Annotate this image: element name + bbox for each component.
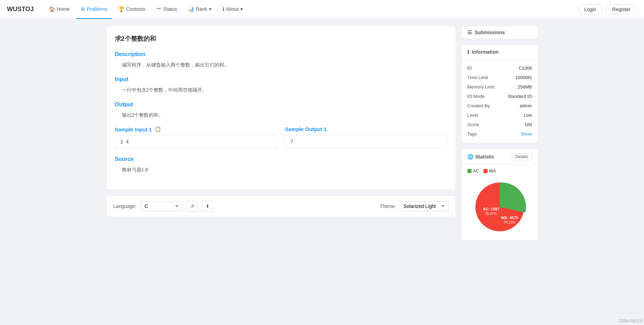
info-label-timelimit: Time Limit xyxy=(467,75,488,80)
navbar: WUSTOJ 🏠 Home ⊞ Problems 🏆 Contests 〜 St… xyxy=(0,0,644,19)
info-val-iomode: Standard IO xyxy=(507,94,532,99)
main-container: 求2个整数的和 Description 编写程序，从键盘输入两个整数，输出它们的… xyxy=(99,19,545,253)
sample-output-label: Sample Output 1 xyxy=(285,126,327,132)
editor-bar: Language: C C++ Java Python ↺ ⬆ Theme: S… xyxy=(106,195,456,217)
menu-icon: ☰ xyxy=(467,30,472,35)
svg-text:25.87%: 25.87% xyxy=(485,212,497,216)
nav-about[interactable]: ℹ About ▾ xyxy=(218,0,248,19)
statistic-card: 🌐 Statistic Details AC WA xyxy=(461,149,538,241)
language-select[interactable]: C C++ Java Python xyxy=(141,201,183,211)
input-heading: Input xyxy=(115,76,447,83)
rank-icon: 📊 xyxy=(188,6,194,12)
upload-button[interactable]: ⬆ xyxy=(202,201,213,212)
contests-icon: 🏆 xyxy=(118,6,124,12)
info-row-memorylimit: Memory Limit 256MB xyxy=(467,82,532,92)
home-icon: 🏠 xyxy=(49,6,55,12)
register-button[interactable]: Register xyxy=(606,5,637,14)
problems-icon: ⊞ xyxy=(81,6,85,12)
output-heading: Output xyxy=(115,101,447,108)
sample-section: Sample Input 1 📋 3 4 Sample Output 1 7 xyxy=(115,126,447,149)
sample-input-block: Sample Input 1 📋 3 4 xyxy=(115,126,277,149)
pie-chart: AC: 1597 25.87% WA: 4575 74.13% xyxy=(472,179,528,235)
statistic-icon: 🌐 xyxy=(467,154,473,160)
problem-card: 求2个整数的和 Description 编写程序，从键盘输入两个整数，输出它们的… xyxy=(106,26,456,190)
info-label-iomode: IO Mode xyxy=(467,94,485,99)
upload-icon: ⬆ xyxy=(205,203,210,209)
submissions-button[interactable]: ☰ Submissions xyxy=(462,26,538,39)
navbar-right: Login Register xyxy=(578,5,637,14)
output-text: 输出2个整数的和。 xyxy=(115,111,447,119)
info-row-level: Level Low xyxy=(467,110,532,120)
info-row-timelimit: Time Limit 1000MS xyxy=(467,73,532,82)
brand: WUSTOJ xyxy=(7,6,34,13)
theme-section: Theme: Solarized Light Default Dark xyxy=(380,201,448,211)
sample-output-block: Sample Output 1 7 xyxy=(285,126,447,149)
svg-text:WA: 4575: WA: 4575 xyxy=(501,216,518,220)
info-table: ID C1006 Time Limit 1000MS Memory Limit … xyxy=(462,59,538,143)
info-label-score: Score xyxy=(467,122,479,127)
statistic-header: 🌐 Statistic Details xyxy=(462,149,538,165)
information-card: ℹ Information ID C1006 Time Limit 1000MS… xyxy=(461,45,538,143)
input-text: 一行中包含2个整数，中间用空格隔开。 xyxy=(115,86,447,94)
sample-input-box: 3 4 xyxy=(115,135,277,149)
sample-input-label: Sample Input 1 xyxy=(115,126,152,132)
legend-wa: WA xyxy=(483,168,496,173)
status-icon: 〜 xyxy=(156,6,161,12)
copy-icon[interactable]: 📋 xyxy=(155,126,161,132)
info-val-memorylimit: 256MB xyxy=(518,84,532,90)
info-val-createdby: admin xyxy=(520,103,532,108)
nav-items: 🏠 Home ⊞ Problems 🏆 Contests 〜 Status 📊 … xyxy=(44,0,578,19)
about-chevron-icon: ▾ xyxy=(240,6,243,12)
info-row-tags: Tags Show xyxy=(467,129,532,139)
theme-select[interactable]: Solarized Light Default Dark xyxy=(400,201,449,211)
nav-status[interactable]: 〜 Status xyxy=(152,0,182,19)
problem-title: 求2个整数的和 xyxy=(115,34,447,43)
nav-problems[interactable]: ⊞ Problems xyxy=(76,0,112,19)
info-val-tags[interactable]: Show xyxy=(521,131,532,137)
info-label-tags: Tags xyxy=(467,131,477,137)
description-heading: Description xyxy=(115,51,447,57)
pie-container: AC: 1597 25.87% WA: 4575 74.13% xyxy=(462,176,538,240)
reset-icon: ↺ xyxy=(190,203,194,209)
nav-rank[interactable]: 📊 Rank ▾ xyxy=(183,0,216,19)
legend-ac: AC xyxy=(467,168,479,173)
details-button[interactable]: Details xyxy=(512,153,532,160)
rank-chevron-icon: ▾ xyxy=(209,6,211,12)
statistic-title: 🌐 Statistic xyxy=(467,154,494,160)
info-label-memorylimit: Memory Limit xyxy=(467,84,495,90)
info-row-id: ID C1006 xyxy=(467,63,532,73)
problem-area: 求2个整数的和 Description 编写程序，从键盘输入两个整数，输出它们的… xyxy=(106,26,456,246)
sample-output-box: 7 xyxy=(285,135,447,149)
about-icon: ℹ xyxy=(223,6,224,12)
svg-text:74.13%: 74.13% xyxy=(504,220,515,224)
info-val-level: Low xyxy=(524,113,532,118)
info-icon: ℹ xyxy=(467,49,469,55)
legend: AC WA xyxy=(462,165,538,176)
legend-ac-dot xyxy=(467,169,472,173)
login-button[interactable]: Login xyxy=(578,5,603,14)
info-row-createdby: Created By admin xyxy=(467,101,532,110)
language-label: Language: xyxy=(114,203,137,209)
source-heading: Source xyxy=(115,156,447,162)
info-label-createdby: Created By xyxy=(467,103,490,108)
info-row-iomode: IO Mode Standard IO xyxy=(467,92,532,101)
svg-text:AC: 1597: AC: 1597 xyxy=(483,207,499,211)
reset-button[interactable]: ↺ xyxy=(187,201,198,212)
source-text: 教材习题1.8 xyxy=(115,166,447,174)
nav-home[interactable]: 🏠 Home xyxy=(44,0,75,19)
info-val-id: C1006 xyxy=(519,65,532,71)
info-val-score: 100 xyxy=(525,122,532,127)
legend-wa-dot xyxy=(483,169,488,173)
sample-input-header: Sample Input 1 📋 xyxy=(115,126,277,132)
theme-label: Theme: xyxy=(380,203,396,209)
info-row-score: Score 100 xyxy=(467,120,532,129)
nav-contests[interactable]: 🏆 Contests xyxy=(114,0,150,19)
sample-output-header: Sample Output 1 xyxy=(285,126,447,132)
info-label-level: Level xyxy=(467,113,478,118)
submissions-card: ☰ Submissions xyxy=(461,26,538,39)
information-header: ℹ Information xyxy=(462,45,538,59)
info-label-id: ID xyxy=(467,65,472,71)
sidebar: ☰ Submissions ℹ Information ID C1006 Tim… xyxy=(461,26,538,246)
description-text: 编写程序，从键盘输入两个整数，输出它们的和。 xyxy=(115,61,447,69)
info-val-timelimit: 1000MS xyxy=(515,75,532,80)
